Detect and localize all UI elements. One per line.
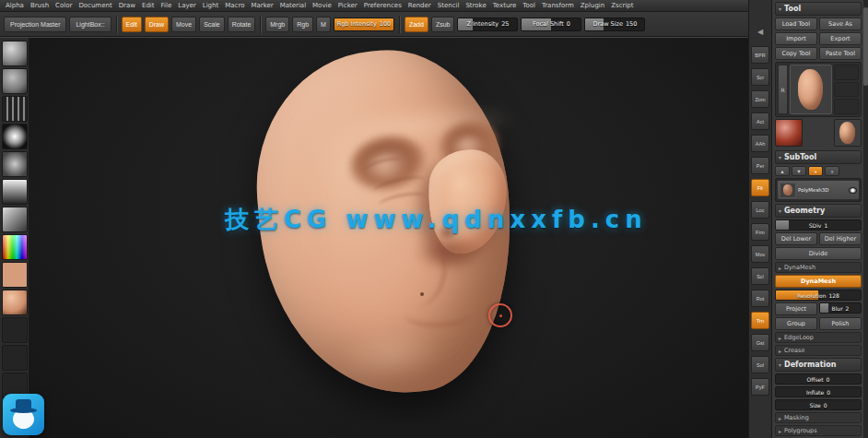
menu-item[interactable]: Tool — [520, 1, 538, 10]
menu-item[interactable]: Picker — [335, 1, 360, 10]
local-symmetry-button[interactable]: Loc — [751, 201, 769, 219]
texture-thumbnail[interactable] — [2, 345, 28, 371]
z-intensity-slider[interactable]: Z Intensity25 — [457, 18, 518, 31]
bpr-render-button[interactable]: BPR — [751, 46, 769, 64]
move-mode-button[interactable]: Move — [171, 17, 196, 32]
rgb-intensity-slider[interactable]: Rgb Intensity100 — [334, 18, 394, 31]
menu-item[interactable]: Brush — [28, 1, 52, 10]
menu-item[interactable]: Stroke — [463, 1, 488, 10]
menu-item[interactable]: Transform — [539, 1, 577, 10]
edgeloop-subheader[interactable]: ▸ EdgeLoop — [775, 332, 862, 343]
menu-item[interactable]: Texture — [490, 1, 520, 10]
transparency-button[interactable]: Trn — [751, 312, 769, 329]
scale-mode-button[interactable]: Scale — [199, 17, 225, 32]
recent-tool-polymesh[interactable] — [834, 119, 862, 147]
menu-item[interactable]: Document — [76, 1, 114, 10]
inflate-slider[interactable]: Inflate0 — [775, 386, 862, 397]
dynamesh-subheader[interactable]: ▸ DynaMesh — [775, 262, 862, 273]
menu-item[interactable]: Light — [200, 1, 221, 10]
menu-item[interactable]: Stencil — [435, 1, 463, 10]
stroke-thumbnail[interactable] — [2, 96, 28, 122]
tool-slot[interactable] — [834, 82, 859, 98]
masking-subheader[interactable]: ▸ Masking — [775, 412, 862, 423]
blur-slider[interactable]: Blur2 — [819, 302, 862, 314]
color-picker[interactable] — [2, 234, 28, 260]
subtool-delete-button[interactable]: x — [825, 166, 839, 176]
import-button[interactable]: Import — [775, 32, 817, 45]
draw-mode-button[interactable]: Draw — [145, 17, 169, 32]
lightbox-button[interactable]: LightBox:: — [69, 17, 111, 32]
save-as-button[interactable]: Save As — [819, 18, 862, 30]
tool-palette-header[interactable]: ▾ Tool — [775, 2, 862, 16]
visibility-eye-icon[interactable] — [849, 187, 857, 194]
menu-item[interactable]: Movie — [310, 1, 334, 10]
color-swatch[interactable] — [2, 262, 28, 288]
del-lower-button[interactable]: Del Lower — [775, 232, 817, 245]
rotate-view-button[interactable]: Rot — [751, 290, 769, 307]
actual-size-button[interactable]: Act — [751, 112, 769, 130]
brush-thumbnail[interactable] — [2, 41, 28, 66]
offset-slider[interactable]: Offset0 — [775, 373, 862, 385]
current-tool-thumbnail[interactable] — [790, 65, 832, 114]
draw-size-slider[interactable]: Draw Size150 — [584, 18, 645, 31]
zsub-button[interactable]: Zsub — [431, 17, 455, 32]
menu-item[interactable]: Draw — [116, 1, 138, 10]
tool-slot[interactable] — [834, 65, 859, 80]
aa-half-button[interactable]: AAh — [751, 135, 769, 152]
focal-shift-slider[interactable]: Focal Shift0 — [521, 18, 581, 31]
menu-item[interactable]: Render — [405, 1, 434, 10]
menu-item[interactable]: Marker — [248, 1, 276, 10]
menu-item[interactable]: Preferences — [361, 1, 405, 10]
zadd-button[interactable]: Zadd — [405, 17, 428, 32]
polyframe-button[interactable]: PyF — [751, 378, 769, 396]
material-thumbnail[interactable] — [2, 290, 28, 315]
m-button[interactable]: M — [316, 17, 331, 32]
polish-button[interactable]: Polish — [819, 317, 862, 330]
alpha-thumbnail[interactable] — [2, 151, 28, 177]
deformation-section-header[interactable]: ▾ Deformation — [775, 358, 862, 372]
recent-tool-simplebrush[interactable] — [775, 119, 803, 147]
menu-item[interactable]: Zscript — [608, 1, 636, 10]
rotate-mode-button[interactable]: Rotate — [228, 17, 256, 32]
projection-master-button[interactable]: Projection Master — [4, 17, 66, 32]
ghost-button[interactable]: Gst — [751, 334, 769, 351]
floor-grid-button[interactable]: Flr — [751, 179, 769, 196]
load-tool-button[interactable]: Load Tool — [775, 18, 817, 30]
subtool-up-button[interactable]: ▲ — [775, 166, 790, 176]
zoom-button[interactable]: Zom — [751, 90, 769, 108]
sculpt-canvas[interactable]: 技艺CG www.qdnxxfb.cn — [29, 38, 748, 438]
group-button[interactable]: Group — [775, 317, 817, 330]
copy-tool-button[interactable]: Copy Tool — [775, 47, 817, 60]
texture-thumbnail[interactable] — [2, 317, 28, 343]
menu-item[interactable]: Macro — [222, 1, 247, 10]
alpha-thumbnail[interactable] — [2, 179, 28, 205]
menu-item[interactable]: Material — [277, 1, 309, 10]
brush-preview-thumbnail[interactable] — [2, 68, 28, 94]
export-button[interactable]: Export — [819, 32, 862, 45]
divide-button[interactable]: Divide — [775, 247, 862, 260]
menu-item[interactable]: File — [158, 1, 175, 10]
menu-item[interactable]: Edit — [139, 1, 158, 10]
panel-scroll-thumb[interactable] — [863, 7, 868, 86]
tray-collapse-arrow[interactable]: ◀ — [757, 28, 763, 36]
tool-side-strip[interactable]: R — [778, 65, 788, 114]
subtool-duplicate-button[interactable]: + — [808, 166, 823, 176]
size-slider[interactable]: Size0 — [775, 399, 862, 410]
tool-slot[interactable] — [834, 99, 859, 114]
polygroups-subheader[interactable]: ▸ Polygroups — [775, 425, 862, 436]
edit-mode-button[interactable]: Edit — [122, 17, 142, 32]
project-button[interactable]: Project — [775, 302, 817, 315]
scroll-button[interactable]: Scr — [751, 68, 769, 86]
solo-button[interactable]: Sol — [751, 356, 769, 373]
paste-tool-button[interactable]: Paste Tool — [819, 47, 862, 60]
menu-item[interactable]: Zplugin — [578, 1, 607, 10]
menu-item[interactable]: Color — [53, 1, 75, 10]
mrgb-button[interactable]: Mrgb — [265, 17, 289, 32]
menu-item[interactable]: Layer — [175, 1, 199, 10]
panel-scrollbar[interactable] — [863, 0, 868, 438]
move-view-button[interactable]: Mov — [751, 245, 769, 263]
subtool-section-header[interactable]: ▾ SubTool — [775, 150, 862, 164]
rgb-button[interactable]: Rgb — [292, 17, 313, 32]
crease-subheader[interactable]: ▸ Crease — [775, 345, 862, 356]
perspective-button[interactable]: Per — [751, 157, 769, 174]
